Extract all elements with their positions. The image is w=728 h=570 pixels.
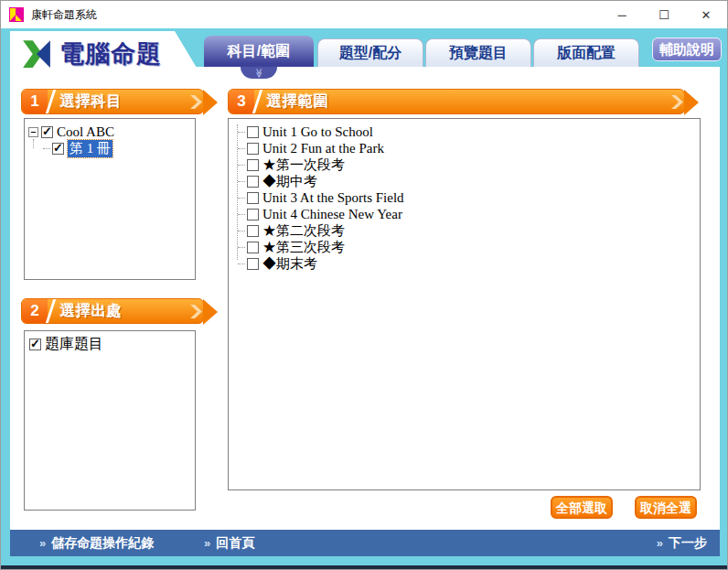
tree-connector bbox=[238, 181, 245, 182]
section-number: 3 bbox=[229, 90, 254, 113]
tree-connector bbox=[238, 165, 245, 166]
list-item-label[interactable]: 題庫題目 bbox=[45, 335, 103, 354]
minimize-button[interactable]: ─ bbox=[601, 1, 643, 28]
chevron-right-icon bbox=[189, 94, 203, 110]
checkbox[interactable] bbox=[52, 143, 64, 155]
tree-rail bbox=[237, 124, 238, 260]
list-item-label[interactable]: ★第三次段考 bbox=[262, 239, 345, 256]
tree-connector bbox=[238, 148, 245, 149]
section-subject-banner: 1 選擇科目 bbox=[21, 89, 204, 114]
list-item: ★第三次段考 bbox=[238, 239, 700, 255]
tree-connector bbox=[43, 148, 50, 149]
section-title: 選擇科目 bbox=[60, 92, 123, 112]
chevron-right-icon bbox=[189, 304, 203, 319]
tree-connector bbox=[238, 263, 245, 264]
list-item-label[interactable]: ◆期中考 bbox=[262, 173, 317, 190]
list-item-label[interactable]: Unit 4 Chinese New Year bbox=[262, 207, 402, 222]
checkbox[interactable] bbox=[29, 339, 41, 350]
list-item: Unit 1 Go to School bbox=[238, 124, 700, 140]
checkbox[interactable] bbox=[247, 225, 259, 237]
list-item: ◆期末考 bbox=[238, 255, 700, 272]
checkbox[interactable] bbox=[41, 126, 53, 138]
tab-question-types[interactable]: 題型/配分 bbox=[317, 38, 423, 67]
next-step-label: 下一步 bbox=[669, 535, 707, 552]
next-step-link[interactable]: » 下一步 bbox=[657, 530, 707, 556]
list-item: Unit 3 At the Sports Field bbox=[238, 189, 700, 206]
double-chevron-down-icon: ≫ bbox=[254, 68, 263, 77]
chevron-right-icon: » bbox=[39, 536, 46, 550]
app-logo-icon bbox=[21, 38, 52, 70]
save-record-label: 儲存命題操作紀錄 bbox=[51, 535, 154, 552]
range-list-box: Unit 1 Go to School Unit 2 Fun at the Pa… bbox=[228, 118, 701, 490]
tree-collapse-icon[interactable] bbox=[28, 127, 38, 137]
banner-arrow-cap bbox=[203, 90, 218, 115]
home-link[interactable]: » 回首頁 bbox=[204, 530, 254, 556]
select-all-button[interactable]: 全部選取 bbox=[551, 496, 613, 519]
app-logo-icon-small bbox=[9, 7, 24, 22]
section-range-banner: 3 選擇範圍 bbox=[228, 89, 685, 114]
title-bar: 康軒命題系統 ─ ☐ ✕ bbox=[1, 1, 727, 28]
chevron-right-icon bbox=[670, 94, 684, 110]
chevron-right-icon: » bbox=[204, 536, 210, 550]
list-item: ★第一次段考 bbox=[238, 156, 700, 173]
tree-item-label[interactable]: Cool ABC bbox=[57, 124, 114, 140]
tab-subject-range[interactable]: 科目/範圍 bbox=[204, 36, 314, 67]
chevron-right-icon: » bbox=[657, 536, 663, 550]
list-item: ◆期中考 bbox=[238, 173, 700, 189]
tree-row-root: Cool ABC bbox=[28, 124, 191, 140]
checkbox[interactable] bbox=[247, 176, 259, 188]
list-item: 題庫題目 bbox=[29, 336, 190, 352]
maximize-button[interactable]: ☐ bbox=[643, 1, 685, 28]
banner-arrow-cap bbox=[203, 299, 218, 325]
tab-preview-questions[interactable]: 預覽題目 bbox=[425, 38, 531, 67]
list-item-label[interactable]: ★第一次段考 bbox=[262, 156, 345, 174]
checkbox[interactable] bbox=[247, 126, 259, 138]
list-item: Unit 4 Chinese New Year bbox=[238, 206, 700, 222]
tree-item-label-selected[interactable]: 第 1 冊 bbox=[68, 140, 112, 157]
tab-layout[interactable]: 版面配置 bbox=[533, 38, 639, 67]
tree-connector bbox=[238, 247, 245, 248]
frame-bottom-strip bbox=[1, 556, 727, 565]
app-window: 康軒命題系統 ─ ☐ ✕ 電腦命題 科目/範圍 題型/配分 預覽題目 版面配置 … bbox=[0, 0, 728, 570]
source-list-box: 題庫題目 bbox=[24, 330, 196, 511]
list-item-label[interactable]: Unit 3 At the Sports Field bbox=[262, 190, 404, 206]
list-item-label[interactable]: Unit 1 Go to School bbox=[262, 124, 373, 140]
save-record-link[interactable]: » 儲存命題操作紀錄 bbox=[39, 530, 154, 556]
section-number: 2 bbox=[22, 299, 48, 323]
list-item-label[interactable]: Unit 2 Fun at the Park bbox=[262, 141, 384, 156]
footer-bar: » 儲存命題操作紀錄 » 回首頁 » 下一步 bbox=[10, 530, 720, 556]
checkbox[interactable] bbox=[247, 209, 259, 220]
checkbox[interactable] bbox=[247, 159, 259, 171]
list-item-label[interactable]: ★第二次段考 bbox=[262, 222, 345, 240]
checkbox[interactable] bbox=[247, 143, 259, 155]
logo-panel: 電腦命題 bbox=[10, 31, 202, 77]
checkbox[interactable] bbox=[247, 258, 259, 270]
tree-connector bbox=[238, 214, 245, 215]
checkbox[interactable] bbox=[247, 192, 259, 204]
subject-tree-box: Cool ABC 第 1 冊 bbox=[24, 118, 196, 280]
list-item: ★第二次段考 bbox=[238, 222, 700, 239]
section-title: 選擇出處 bbox=[60, 302, 123, 321]
checkbox[interactable] bbox=[247, 242, 259, 253]
banner-arrow-cap bbox=[684, 90, 699, 115]
deselect-all-button[interactable]: 取消全選 bbox=[635, 496, 697, 519]
taskbar-edge bbox=[1, 565, 727, 570]
list-item: Unit 2 Fun at the Park bbox=[238, 140, 700, 156]
close-button[interactable]: ✕ bbox=[685, 1, 727, 28]
help-button[interactable]: 輔助說明 bbox=[652, 38, 722, 61]
home-label: 回首頁 bbox=[216, 535, 254, 552]
tree-connector bbox=[238, 231, 245, 231]
tree-row-child: 第 1 冊 bbox=[43, 140, 191, 156]
tree-connector bbox=[238, 198, 245, 199]
list-item-label[interactable]: ◆期末考 bbox=[262, 255, 317, 273]
section-number: 1 bbox=[22, 90, 48, 113]
section-source-banner: 2 選擇出處 bbox=[21, 298, 204, 324]
page-title: 電腦命題 bbox=[59, 38, 162, 70]
tree-connector bbox=[238, 132, 245, 133]
section-title: 選擇範圍 bbox=[267, 92, 329, 112]
window-title: 康軒命題系統 bbox=[31, 7, 97, 23]
tree-rail bbox=[33, 139, 34, 148]
